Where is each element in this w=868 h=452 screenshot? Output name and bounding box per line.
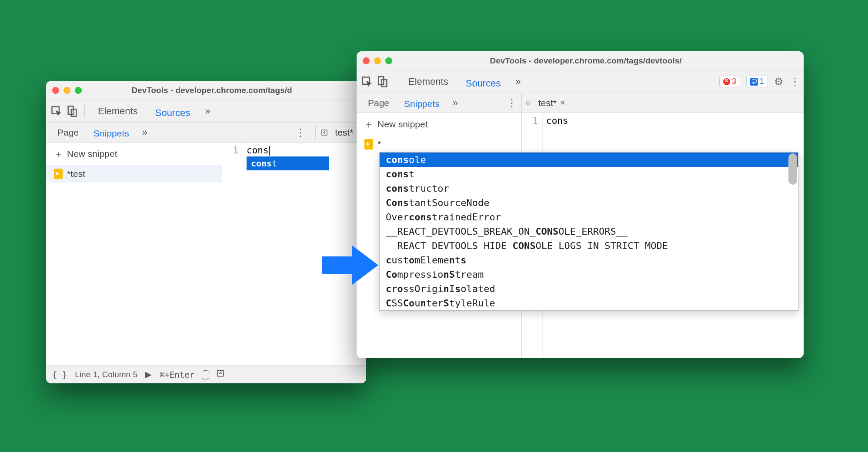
window-title: DevTools - developer.chrome.com/tags/dev… xyxy=(374,56,798,66)
overflow-icon[interactable]: » xyxy=(448,97,462,109)
run-shortcut: ⌘+Enter xyxy=(160,370,194,379)
separator xyxy=(315,126,316,140)
main-tabbar: Elements Sources » 3 🗩 1 ⚙ ⋮ xyxy=(357,70,804,93)
snippets-sidebar: ＋ New snippet *test xyxy=(46,143,222,365)
cursor-position: Line 1, Column 5 xyxy=(75,370,137,379)
autocomplete-popup[interactable]: consoleconstconstructorConstantSourceNod… xyxy=(379,152,798,311)
close-icon[interactable] xyxy=(363,57,370,64)
inspect-icon[interactable] xyxy=(50,105,63,117)
file-tab-label: test* xyxy=(335,127,353,138)
close-icon[interactable]: × xyxy=(560,98,565,108)
suggestion-item[interactable]: CSSCounterStyleRule xyxy=(380,296,798,310)
new-snippet-button[interactable]: ＋ New snippet xyxy=(46,143,222,165)
suggestion-item[interactable]: OverconstrainedError xyxy=(380,210,798,224)
separator xyxy=(395,75,395,89)
suggestion-item[interactable]: crossOriginIsolated xyxy=(380,282,798,296)
titlebar[interactable]: DevTools - developer.chrome.com/tags/dev… xyxy=(357,51,804,70)
sources-subbar: Page Snippets » ⋮ test* × xyxy=(46,123,366,143)
snippet-name: *test xyxy=(67,169,85,179)
code-text: cons xyxy=(247,145,269,156)
format-icon[interactable]: { } xyxy=(52,370,67,379)
text-cursor xyxy=(269,146,270,156)
separator xyxy=(84,104,85,118)
kebab-icon[interactable]: ⋮ xyxy=(790,76,799,88)
expand-icon[interactable] xyxy=(217,369,224,379)
arrow-icon xyxy=(322,243,378,287)
status-bar: { } Line 1, Column 5 ▶ ⌘+Enter ⁐ xyxy=(46,365,366,383)
collapse-icon[interactable] xyxy=(318,126,331,139)
new-snippet-button[interactable]: ＋ New snippet xyxy=(357,113,521,136)
info-badge[interactable]: 🗩 1 xyxy=(746,76,768,87)
error-badge[interactable]: 3 xyxy=(719,76,740,87)
close-icon[interactable] xyxy=(52,87,59,94)
sources-subbar: Page Snippets » ⋮ test* × xyxy=(357,93,804,113)
new-snippet-label: New snippet xyxy=(67,149,117,159)
overflow-icon[interactable]: » xyxy=(200,106,214,117)
suggestion-item[interactable]: __REACT_DEVTOOLS_HIDE_CONSOLE_LOGS_IN_ST… xyxy=(380,239,798,253)
snippet-item[interactable]: *test xyxy=(46,165,222,183)
coverage-icon[interactable]: ⁐ xyxy=(202,370,209,379)
subtab-snippets[interactable]: Snippets xyxy=(87,126,135,144)
svg-rect-3 xyxy=(322,130,327,135)
suggestion-item[interactable]: constructor xyxy=(380,181,798,196)
snippet-icon xyxy=(54,169,63,179)
kebab-icon[interactable]: ⋮ xyxy=(507,97,516,109)
code-text: cons xyxy=(546,116,568,126)
file-tab-label: test* xyxy=(538,98,557,108)
snippet-item[interactable]: * xyxy=(357,136,521,153)
suggestion-item[interactable]: console xyxy=(380,153,798,167)
overflow-icon[interactable]: » xyxy=(511,76,525,87)
tab-elements[interactable]: Elements xyxy=(91,102,145,120)
info-count: 1 xyxy=(760,77,764,86)
kebab-icon[interactable]: ⋮ xyxy=(287,126,313,139)
suggestion-item[interactable]: ConstantSourceNode xyxy=(380,196,798,210)
suggestion-item[interactable]: const xyxy=(380,167,798,181)
plus-icon: ＋ xyxy=(364,117,374,131)
suggestion-rest: t xyxy=(272,158,277,169)
device-icon[interactable] xyxy=(66,105,78,117)
gear-icon[interactable]: ⚙ xyxy=(774,76,784,88)
overflow-icon[interactable]: » xyxy=(138,127,152,138)
subtab-page[interactable]: Page xyxy=(362,95,395,111)
info-icon: 🗩 xyxy=(750,78,758,86)
window-title: DevTools - developer.chrome.com/tags/d xyxy=(63,86,360,95)
subtab-snippets[interactable]: Snippets xyxy=(398,96,446,115)
tab-sources[interactable]: Sources xyxy=(148,104,197,125)
run-icon[interactable]: ▶ xyxy=(145,369,152,379)
snippet-icon xyxy=(364,139,373,150)
subtab-page[interactable]: Page xyxy=(51,125,85,140)
device-icon[interactable] xyxy=(377,76,389,88)
scrollbar-thumb[interactable] xyxy=(788,153,797,185)
tab-elements[interactable]: Elements xyxy=(401,73,455,91)
devtools-window-1: DevTools - developer.chrome.com/tags/d E… xyxy=(46,81,366,383)
file-tab[interactable]: test* × xyxy=(534,96,570,110)
plus-icon: ＋ xyxy=(53,147,63,161)
snippet-name: * xyxy=(377,139,381,150)
svg-rect-8 xyxy=(527,102,529,104)
collapse-icon[interactable] xyxy=(522,97,534,109)
suggestion-item[interactable]: customElements xyxy=(380,253,798,267)
titlebar[interactable]: DevTools - developer.chrome.com/tags/d xyxy=(46,81,366,100)
code-content[interactable]: cons xyxy=(243,143,273,365)
tab-sources[interactable]: Sources xyxy=(459,74,508,95)
main-tabbar: Elements Sources » xyxy=(46,100,366,123)
svg-rect-4 xyxy=(217,370,224,376)
new-snippet-label: New snippet xyxy=(377,119,428,130)
autocomplete-popup[interactable]: const xyxy=(247,156,329,170)
error-icon xyxy=(723,78,730,85)
suggestion-match: cons xyxy=(251,158,272,169)
suggestion-item[interactable]: CompressionStream xyxy=(380,267,798,282)
suggestion-item[interactable]: __REACT_DEVTOOLS_BREAK_ON_CONSOLE_ERRORS… xyxy=(380,224,798,239)
error-count: 3 xyxy=(732,77,736,86)
line-gutter: 1 xyxy=(222,143,243,365)
inspect-icon[interactable] xyxy=(361,76,373,88)
